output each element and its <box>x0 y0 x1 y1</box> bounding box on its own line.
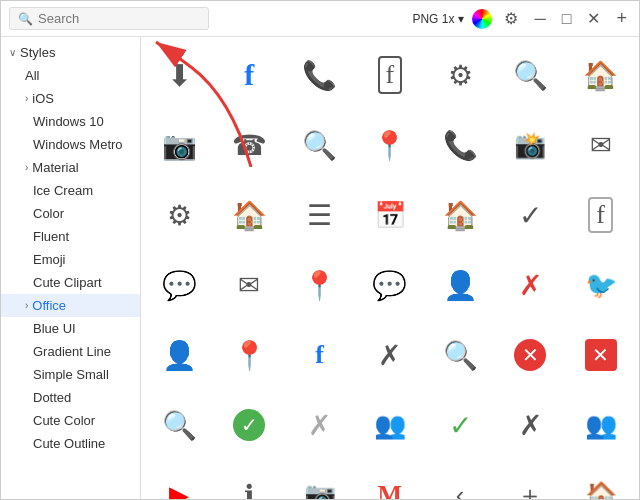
facebook-icon-cell[interactable]: f <box>215 41 283 109</box>
sidebar-item-color[interactable]: Color <box>1 202 140 225</box>
email-icon-cell[interactable]: ✉ <box>567 111 635 179</box>
plus-icon-cell[interactable]: ＋ <box>496 461 564 499</box>
search4-icon-cell[interactable]: 🔍 <box>145 391 213 459</box>
home4-icon-cell[interactable]: 🏠 <box>567 461 635 499</box>
facebook3-icon: f <box>588 197 613 233</box>
download-icon-cell[interactable]: ⬇ <box>145 41 213 109</box>
sidebar-item-emoji[interactable]: Emoji <box>1 248 140 271</box>
home3-icon: 🏠 <box>443 199 478 232</box>
home2-icon-cell[interactable]: 🏠 <box>215 181 283 249</box>
back-icon: ‹ <box>456 480 465 500</box>
home-icon-cell[interactable]: 🏠 <box>567 41 635 109</box>
instagram-icon: 📷 <box>162 129 197 162</box>
group-icon-cell[interactable]: 👥 <box>356 391 424 459</box>
location-icon-cell[interactable]: 📍 <box>356 111 424 179</box>
sidebar-item-cuteclipart[interactable]: Cute Clipart <box>1 271 140 294</box>
facebook4-icon-cell[interactable]: f <box>286 321 354 389</box>
gear2-icon-cell[interactable]: ⚙ <box>145 181 213 249</box>
search-input[interactable] <box>38 11 200 26</box>
phone-icon-cell[interactable]: 📞 <box>286 41 354 109</box>
user2-icon: 👤 <box>162 339 197 372</box>
search3-icon-cell[interactable]: 🔍 <box>426 321 494 389</box>
location-red-icon-cell[interactable]: 📍 <box>215 321 283 389</box>
youtube-icon: ▶ <box>169 480 189 500</box>
search2-icon-cell[interactable]: 🔍 <box>286 111 354 179</box>
instagram2-icon-cell[interactable]: 📸 <box>496 111 564 179</box>
sidebar-label: Simple Small <box>33 367 109 382</box>
close-square-red-icon: ✕ <box>585 339 617 371</box>
sidebar-item-blueui[interactable]: Blue UI <box>1 317 140 340</box>
sidebar-item-all[interactable]: All <box>1 64 140 87</box>
facebook3-icon-cell[interactable]: f <box>567 181 635 249</box>
close-circle-red-icon-cell[interactable]: ✕ <box>496 321 564 389</box>
close2-icon-cell[interactable]: ✗ <box>356 321 424 389</box>
sidebar-item-material[interactable]: › Material <box>1 156 140 179</box>
sidebar-item-ios[interactable]: › iOS <box>1 87 140 110</box>
email2-icon-cell[interactable]: ✉ <box>215 251 283 319</box>
location2-icon-cell[interactable]: 📍 <box>286 251 354 319</box>
titlebar-controls: PNG 1x ▾ ⚙ ─ □ ✕ + <box>412 6 631 31</box>
main-content: ∨ Styles All › iOS Windows 10 Windows Me… <box>1 37 639 499</box>
checkmark-icon-cell[interactable]: ✓ <box>496 181 564 249</box>
sidebar-item-simplesmall[interactable]: Simple Small <box>1 363 140 386</box>
close3-icon-cell[interactable]: ✗ <box>286 391 354 459</box>
search-icon-cell[interactable]: 🔍 <box>496 41 564 109</box>
phone-icon: 📞 <box>302 59 337 92</box>
calendar-icon-cell[interactable]: 📅 <box>356 181 424 249</box>
info-icon-cell[interactable]: ℹ <box>215 461 283 499</box>
check-circle-green-icon-cell[interactable]: ✓ <box>215 391 283 459</box>
phone2-icon-cell[interactable]: ☎ <box>215 111 283 179</box>
close-red-icon-cell[interactable]: ✗ <box>496 251 564 319</box>
location-icon: 📍 <box>372 129 407 162</box>
back-icon-cell[interactable]: ‹ <box>426 461 494 499</box>
sidebar-item-dotted[interactable]: Dotted <box>1 386 140 409</box>
format-selector[interactable]: PNG 1x ▾ <box>412 12 464 26</box>
sidebar-item-gradientline[interactable]: Gradient Line <box>1 340 140 363</box>
chevron-right-icon: › <box>25 162 28 173</box>
phone3-icon-cell[interactable]: 📞 <box>426 111 494 179</box>
color-wheel-icon[interactable] <box>472 9 492 29</box>
home3-icon-cell[interactable]: 🏠 <box>426 181 494 249</box>
user2-icon-cell[interactable]: 👤 <box>145 321 213 389</box>
group2-icon-cell[interactable]: 👥 <box>567 391 635 459</box>
download-icon: ⬇ <box>167 58 192 93</box>
sidebar-item-windowsmetro[interactable]: Windows Metro <box>1 133 140 156</box>
chevron-right-icon: › <box>25 300 28 311</box>
sidebar-item-styles[interactable]: ∨ Styles <box>1 41 140 64</box>
facebook2-icon-cell[interactable]: f <box>356 41 424 109</box>
close-sq-red-icon-cell[interactable]: ✕ <box>567 321 635 389</box>
check-green-icon-cell[interactable]: ✓ <box>426 391 494 459</box>
email-icon: ✉ <box>590 130 612 161</box>
group-icon: 👥 <box>374 410 406 441</box>
sidebar-label: Ice Cream <box>33 183 93 198</box>
chevron-down-icon: ∨ <box>9 47 16 58</box>
minimize-button[interactable]: ─ <box>530 8 549 30</box>
sidebar-item-cutecolor[interactable]: Cute Color <box>1 409 140 432</box>
sidebar-item-office[interactable]: › Office <box>1 294 140 317</box>
sidebar-item-fluent[interactable]: Fluent <box>1 225 140 248</box>
instagram-icon-cell[interactable]: 📷 <box>145 111 213 179</box>
sidebar-item-icecream[interactable]: Ice Cream <box>1 179 140 202</box>
add-button[interactable]: + <box>612 6 631 31</box>
gmail-icon-cell[interactable]: M <box>356 461 424 499</box>
youtube-icon-cell[interactable]: ▶ <box>145 461 213 499</box>
user-icon-cell[interactable]: 👤 <box>426 251 494 319</box>
sidebar-item-windows10[interactable]: Windows 10 <box>1 110 140 133</box>
settings-button[interactable]: ⚙ <box>500 7 522 30</box>
maximize-button[interactable]: □ <box>558 8 576 30</box>
titlebar: 🔍 PNG 1x ▾ ⚙ ─ □ ✕ + <box>1 1 639 37</box>
chevron-right-icon: › <box>25 93 28 104</box>
search-box[interactable]: 🔍 <box>9 7 209 30</box>
sidebar-item-cuteoutline[interactable]: Cute Outline <box>1 432 140 455</box>
hamburger-menu-icon: ☰ <box>307 199 332 232</box>
facebook-icon: f <box>244 58 254 92</box>
sidebar-label: Dotted <box>33 390 71 405</box>
close-button[interactable]: ✕ <box>583 7 604 30</box>
whatsapp2-icon-cell[interactable]: 💬 <box>356 251 424 319</box>
settings-icon-cell[interactable]: ⚙ <box>426 41 494 109</box>
instagram3-icon-cell[interactable]: 📷 <box>286 461 354 499</box>
menu-icon-cell[interactable]: ☰ <box>286 181 354 249</box>
twitter-icon-cell[interactable]: 🐦 <box>567 251 635 319</box>
whatsapp-icon-cell[interactable]: 💬 <box>145 251 213 319</box>
close4-icon-cell[interactable]: ✗ <box>496 391 564 459</box>
